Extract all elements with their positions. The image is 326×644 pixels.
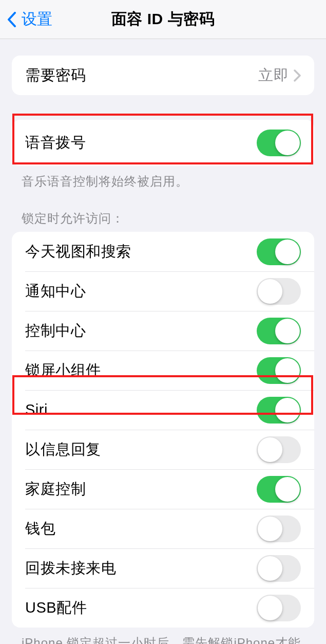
voice-dial-row: 语音拨号 (12, 120, 314, 166)
lock-access-toggle-siri[interactable] (257, 397, 301, 424)
voice-dial-footer: 音乐语音控制将始终被启用。 (22, 173, 304, 190)
toggle-knob (275, 319, 300, 343)
lock-access-toggle-usb-accessories[interactable] (257, 595, 301, 621)
lock-access-row-today-view: 今天视图和搜索 (12, 232, 314, 271)
require-passcode-value: 立即 (258, 65, 289, 86)
nav-header: 设置 面容 ID 与密码 (0, 0, 326, 39)
require-passcode-row[interactable]: 需要密码 立即 (12, 56, 314, 95)
toggle-knob (258, 437, 282, 462)
voice-dial-toggle[interactable] (257, 130, 301, 156)
require-passcode-group: 需要密码 立即 (12, 56, 314, 95)
toggle-knob (258, 517, 282, 541)
lock-access-toggle-control-center[interactable] (257, 318, 301, 344)
chevron-right-icon (294, 69, 301, 82)
lock-access-row-control-center: 控制中心 (12, 311, 314, 351)
voice-dial-label: 语音拨号 (25, 133, 86, 153)
lock-access-row-return-missed: 回拨未接来电 (12, 548, 314, 588)
lock-access-label: 控制中心 (25, 321, 86, 341)
lock-access-row-siri: Siri (12, 390, 314, 430)
page-title: 面容 ID 与密码 (111, 9, 215, 30)
lock-access-group: 今天视图和搜索通知中心控制中心锁屏小组件Siri以信息回复家庭控制钱包回拨未接来… (12, 232, 314, 628)
toggle-knob (275, 398, 300, 422)
lock-access-label: 钱包 (25, 519, 55, 539)
lock-access-header: 锁定时允许访问： (22, 210, 304, 227)
back-label: 设置 (22, 9, 52, 30)
lock-access-toggle-wallet[interactable] (257, 516, 301, 542)
lock-access-footer: iPhone 锁定超过一小时后，需先解锁iPhone才能允许USB配件连接。 (22, 635, 304, 644)
lock-access-label: Siri (25, 401, 48, 418)
lock-access-label: USB配件 (25, 598, 87, 618)
lock-access-toggle-reply-message[interactable] (257, 436, 301, 463)
lock-access-row-lock-widgets: 锁屏小组件 (12, 351, 314, 390)
content: 需要密码 立即 语音拨号 音乐语音控制将始终被启用。 锁定时允许访问： 今天视图… (0, 56, 326, 644)
toggle-knob (258, 279, 282, 304)
lock-access-row-usb-accessories: USB配件 (12, 588, 314, 628)
toggle-knob (275, 477, 300, 502)
require-passcode-value-wrap: 立即 (258, 65, 301, 86)
lock-access-label: 通知中心 (25, 281, 86, 302)
lock-access-toggle-return-missed[interactable] (257, 555, 301, 582)
chevron-left-icon (7, 12, 16, 27)
lock-access-label: 今天视图和搜索 (25, 242, 131, 262)
lock-access-row-home-control: 家庭控制 (12, 469, 314, 509)
lock-access-label: 锁屏小组件 (25, 360, 101, 381)
back-button[interactable]: 设置 (0, 9, 52, 30)
lock-access-row-reply-message: 以信息回复 (12, 430, 314, 469)
toggle-knob (275, 131, 300, 155)
toggle-knob (275, 240, 300, 264)
toggle-knob (258, 596, 282, 620)
toggle-knob (275, 358, 300, 383)
lock-access-toggle-home-control[interactable] (257, 476, 301, 503)
lock-access-toggle-lock-widgets[interactable] (257, 357, 301, 384)
lock-access-label: 家庭控制 (25, 479, 86, 500)
lock-access-label: 回拨未接来电 (25, 558, 116, 579)
lock-access-row-wallet: 钱包 (12, 509, 314, 548)
lock-access-toggle-today-view[interactable] (257, 238, 301, 265)
voice-dial-group: 语音拨号 (12, 120, 314, 166)
toggle-knob (258, 556, 282, 581)
require-passcode-label: 需要密码 (25, 65, 86, 86)
lock-access-label: 以信息回复 (25, 439, 101, 460)
lock-access-row-notification-center: 通知中心 (12, 271, 314, 311)
lock-access-toggle-notification-center[interactable] (257, 278, 301, 305)
